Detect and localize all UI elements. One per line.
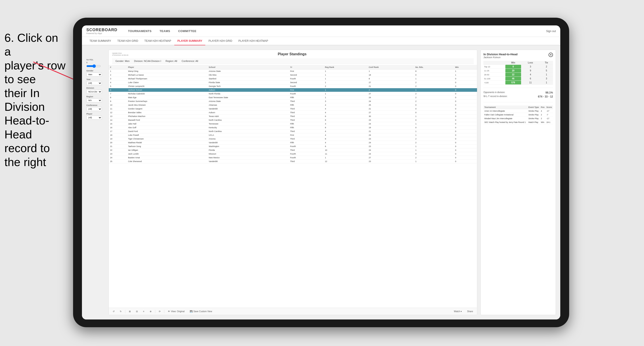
cell-player: David Ford (127, 130, 207, 133)
h2h-tbody: Top 10 8 3 2 11-25 20 9 5 26-50 22 4 1 5… (484, 65, 553, 85)
cell-num: 4 (109, 81, 127, 84)
tab-team-h2h-heatmap[interactable]: TEAM H2H HEATMAP (141, 37, 174, 45)
table-row[interactable]: 18 Luke Powell UCLA First 4 24 1 0 (109, 133, 477, 137)
region-select[interactable]: N/A (86, 98, 102, 102)
save-custom-btn[interactable]: 💾 Save Custom View (188, 310, 214, 313)
table-row[interactable]: 10 Jacob Mou Dinesen Arkansas Fifth 4 25… (109, 103, 477, 107)
conference-select[interactable]: (All) (86, 107, 102, 111)
cell-player: Jackson Koivun (127, 88, 207, 92)
h2h-win: 22 (505, 73, 521, 77)
table-row[interactable]: 8 Mats Ege East Tennessee State Fifth 1 … (109, 96, 477, 100)
table-row[interactable]: 13 Phichaksn Maichon Texas A&M Third 6 3… (109, 115, 477, 118)
table-row[interactable]: 16 Alex Goff Kentucky Fifth 8 19 0 0 (109, 126, 477, 130)
cell-yr: Third (289, 137, 324, 141)
cell-conf: 24 (368, 133, 414, 137)
col-win: Win (454, 65, 477, 69)
filter-sidebar: No Rds. 6 Gender Men Women Year (All) (86, 50, 105, 315)
tourney-score: -7 (546, 113, 553, 117)
cell-player: Taehoon Song (127, 145, 207, 148)
table-row[interactable]: 5 Christo Lamprecht Georgia Tech Fourth … (109, 84, 477, 88)
h2h-header: In Division Head-to-Head Jackson Koivun … (484, 53, 553, 59)
tournament-row: Amer Ari Intercollegiate Stroke Play 4 -… (484, 109, 553, 113)
h2h-row: 51-100 46 6 3 (484, 77, 553, 81)
player-filter: Player (All) (86, 113, 105, 120)
table-row[interactable]: 2 Michael La Sasso Ole Miss Second 1 18 … (109, 73, 477, 77)
h2h-panel: In Division Head-to-Head Jackson Koivun … (480, 50, 556, 315)
table-row[interactable]: 22 Ian Gilligan Florida Third 10 24 1 0 (109, 148, 477, 152)
table-row[interactable]: 7 Nicholas Gabrelcik North Florida Fourt… (109, 92, 477, 96)
table-row[interactable]: 21 Taehoon Song Washington Fourth 6 23 1… (109, 145, 477, 148)
region-filter: Region N/A (86, 96, 105, 102)
table-row[interactable]: 9 Preston Summerhays Arizona State Third… (109, 100, 477, 103)
tab-team-summary[interactable]: TEAM SUMMARY (86, 37, 114, 45)
tourney-col-pos: Pos (540, 105, 546, 109)
cell-reg: 4 (324, 111, 368, 115)
cell-player: Ian Gilligan (127, 148, 207, 152)
cell-yr: Fourth (289, 84, 324, 88)
view-original-btn[interactable]: 👁 View: Original (166, 310, 186, 313)
table-row[interactable]: 24 Bastien Amat New Mexico Fourth 1 27 2… (109, 156, 477, 160)
tab-team-h2h-grid[interactable]: TEAM H2H GRID (114, 37, 141, 45)
h2h-opponents-row: Opponents in division: 98.1% (484, 91, 553, 94)
player-select[interactable]: (All) (86, 116, 102, 120)
h2h-close-btn[interactable]: ✕ (548, 53, 553, 57)
cell-player: Mats Ege (127, 96, 207, 100)
toolbar-btn-5[interactable]: ≡ (141, 310, 146, 313)
table-row[interactable]: 11 Gordon Sargent Vanderbilt Third 4 21 … (109, 107, 477, 111)
tourney-pos: Win (540, 121, 546, 124)
share-btn[interactable]: Share (465, 310, 475, 313)
toolbar-btn-6[interactable]: ⊕ (148, 310, 153, 313)
cell-yr: Fourth (289, 152, 324, 156)
year-select[interactable]: (All) (86, 81, 102, 85)
division-select[interactable]: NCAA Division I (86, 90, 102, 94)
cell-player: Tiger Christensen (127, 137, 207, 141)
table-row[interactable]: 17 David Ford North Carolina Third 4 21 … (109, 130, 477, 133)
table-row[interactable]: 12 Brendan Valles Auburn Third 4 27 0 0 (109, 111, 477, 115)
division-filter-display: Division: NCAA Division I (134, 60, 161, 62)
table-row[interactable]: 14 Maxwell Ford North Carolina Third 8 2… (109, 118, 477, 122)
cell-conf: 19 (368, 126, 414, 130)
table-row[interactable]: 15 Jake Hall Tennessee Fifth 3 24 1 0 (109, 122, 477, 126)
top-navigation: SCOREBOARD Powered by clippi TOURNAMENTS… (82, 25, 560, 37)
tab-player-h2h-grid[interactable]: PLAYER H2H GRID (205, 37, 235, 45)
cell-conf: 23 (368, 145, 414, 148)
cell-win: 1 (454, 73, 477, 77)
table-row[interactable]: 19 Tiger Christensen Arizona Third 8 23 … (109, 137, 477, 141)
cell-rds: 2 (414, 100, 454, 103)
tourney-type: Stroke Play (528, 109, 540, 113)
gender-select[interactable]: Men Women (86, 72, 102, 76)
table-row[interactable]: 3 Michael Thorbjornsen Stanford Fourth 1… (109, 77, 477, 81)
cell-num: 9 (109, 100, 127, 103)
table-row[interactable]: 23 Jack Lundin Missouri Fourth 11 24 0 0 (109, 152, 477, 156)
tab-player-h2h-heatmap[interactable]: PLAYER H2H HEATMAP (236, 37, 271, 45)
no-rds-label: No Rds. (86, 59, 105, 61)
cell-win: 0 (454, 160, 477, 163)
tab-player-summary[interactable]: PLAYER SUMMARY (174, 37, 205, 45)
cell-player: Michael La Sasso (127, 73, 207, 77)
cell-player: Luke Powell (127, 133, 207, 137)
cell-school: Florida State (208, 81, 289, 84)
watch-btn[interactable]: Watch ▾ (452, 310, 464, 313)
no-rds-slider[interactable] (86, 64, 101, 68)
nav-teams[interactable]: TEAMS (156, 25, 174, 37)
undo-btn[interactable]: ↺ (111, 310, 116, 313)
nav-tournaments[interactable]: TOURNAMENTS (124, 25, 156, 37)
refresh-btn[interactable]: ⟳ (157, 310, 162, 313)
table-row[interactable]: 25 Cole Sherwood Vanderbilt Third 12 23 … (109, 160, 477, 163)
cell-school: Auburn (208, 88, 289, 92)
table-row[interactable]: 4 Luke Claton Florida State Second 1 27 … (109, 81, 477, 84)
h2h-divider-2 (484, 102, 553, 102)
redo-btn[interactable]: ↻ (118, 310, 123, 313)
division-label: Division (86, 87, 105, 89)
nav-committee[interactable]: COMMITTEE (174, 25, 200, 37)
cell-rds: 8 (414, 69, 454, 73)
sign-out-link[interactable]: Sign out (546, 30, 556, 33)
h2h-opponents-label: Opponents in division: (484, 91, 505, 94)
tournament-row: Mirabel Maui Jim Intercollegiate Stroke … (484, 117, 553, 121)
table-row[interactable]: 20 Matthew Riedel Vanderbilt Fifth 4 24 … (109, 141, 477, 145)
table-row[interactable]: 1 Wenyi Ding Arizona State First 1 1 8 1 (109, 69, 477, 73)
cell-reg: 8 (324, 126, 368, 130)
toolbar-btn-4[interactable]: ⊟ (134, 310, 140, 313)
toolbar-btn-3[interactable]: ⊞ (127, 310, 132, 313)
table-row[interactable]: 6 Jackson Koivun Auburn First 1 2 1 0 (109, 88, 477, 92)
